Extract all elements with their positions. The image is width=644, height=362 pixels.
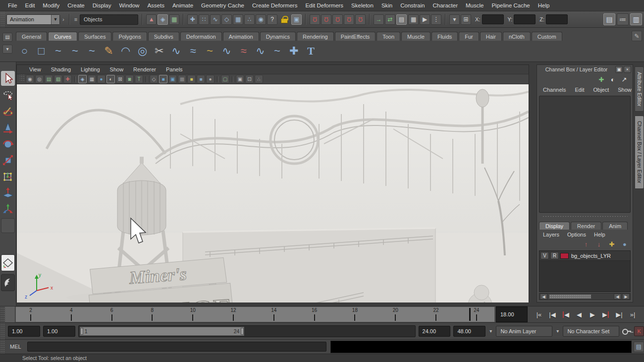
perspective-viewport[interactable]: ViewShadingLightingShowRendererPanels ◉◎…: [16, 64, 529, 302]
x-coord-input[interactable]: [482, 14, 504, 24]
camera-attributes-icon[interactable]: ◎: [35, 75, 44, 83]
pencil-curve-tool-icon[interactable]: ✎: [101, 44, 116, 59]
viewport-menu-shading[interactable]: Shading: [47, 66, 75, 72]
shelf-tab-polygons[interactable]: Polygons: [112, 32, 147, 41]
layer-menu-help[interactable]: Help: [590, 232, 609, 238]
smooth-shade-icon[interactable]: ■: [159, 75, 167, 83]
share-view-icon[interactable]: ∴: [255, 75, 263, 83]
shelf-tab-ncloth[interactable]: nCloth: [503, 32, 531, 41]
soft-modification-tool[interactable]: [1, 185, 15, 200]
field-chart-icon[interactable]: ⊠: [116, 75, 124, 83]
use-default-material-icon[interactable]: ▩: [178, 75, 186, 83]
range-slider-bar[interactable]: 1 24: [80, 327, 245, 336]
layer-tab-anim[interactable]: Anim: [602, 222, 628, 230]
show-manipulator-tool[interactable]: [1, 202, 15, 217]
channel-box-menu-object[interactable]: Object: [589, 87, 613, 93]
character-set-select[interactable]: No Character Set: [563, 326, 619, 337]
shelf-tab-rendering[interactable]: Rendering: [297, 32, 334, 41]
last-tool-used[interactable]: [1, 218, 15, 233]
new-empty-layer-icon[interactable]: ✚: [607, 240, 617, 248]
project-curve-icon[interactable]: ~: [269, 44, 285, 59]
scroll-thumb[interactable]: [549, 294, 591, 299]
shelf-tab-muscle[interactable]: Muscle: [401, 32, 430, 41]
quick-layout-icon[interactable]: ⊞: [461, 14, 471, 25]
move-layer-down-icon[interactable]: ↓: [594, 240, 604, 248]
pan-zoom-icon[interactable]: ✚: [63, 75, 72, 83]
shelf-options-icon[interactable]: ✎: [632, 31, 642, 41]
layer-menu-options[interactable]: Options: [563, 232, 590, 238]
select-component-icon[interactable]: ▦: [169, 14, 179, 25]
cv-curve-tool-icon[interactable]: ~: [51, 44, 66, 59]
menu-animate[interactable]: Animate: [168, 0, 197, 11]
menu-modify[interactable]: Modify: [39, 0, 63, 11]
step-back-frame-button[interactable]: |◀: [546, 308, 559, 320]
viewport-menu-view[interactable]: View: [25, 66, 46, 72]
default-light-icon[interactable]: ■: [197, 75, 205, 83]
nurbs-square-icon[interactable]: □: [34, 44, 49, 59]
mask-points-icon[interactable]: ✚: [187, 14, 198, 25]
menu-muscle[interactable]: Muscle: [462, 0, 487, 11]
time-slider-grip[interactable]: [0, 306, 5, 322]
selection-highlight-icon[interactable]: ▢: [221, 75, 229, 83]
shelf-tab-list-icon[interactable]: ▤: [2, 33, 12, 42]
lock-selection-icon[interactable]: [281, 18, 288, 23]
paint-selection-tool[interactable]: [1, 104, 15, 119]
shelf-tab-hair[interactable]: Hair: [480, 32, 502, 41]
menu-create[interactable]: Create: [63, 0, 89, 11]
playback-end-field[interactable]: 24.00: [419, 326, 451, 337]
range-start-handle[interactable]: [80, 328, 83, 335]
ep-curve-tool-icon[interactable]: ~: [67, 44, 83, 59]
shelf-tab-dynamics[interactable]: Dynamics: [260, 32, 296, 41]
render-settings-icon[interactable]: ⋮: [431, 14, 441, 25]
output-connections-icon[interactable]: ⇄: [385, 14, 395, 25]
shelf-tab-custom[interactable]: Custom: [532, 32, 562, 41]
bookmark-icon[interactable]: ▤: [45, 75, 53, 83]
menuset-dropdown[interactable]: Animation ▼: [6, 14, 60, 25]
viewport-scene[interactable]: Miner's REVENGE: [17, 84, 529, 302]
go-to-end-button[interactable]: »|: [626, 308, 639, 320]
gate-mask-icon[interactable]: ◐: [107, 75, 115, 83]
menu-skeleton[interactable]: Skeleton: [347, 0, 377, 11]
z-coord-input[interactable]: [546, 14, 568, 24]
shelf-tab-fluids[interactable]: Fluids: [431, 32, 458, 41]
anim-start-field[interactable]: 1.00: [8, 326, 40, 337]
single-pane-layout-button[interactable]: [1, 254, 15, 271]
command-line-grip[interactable]: [0, 340, 5, 354]
viewport-menu-lighting[interactable]: Lighting: [76, 66, 105, 72]
layer-color-swatch[interactable]: [560, 253, 569, 259]
play-forwards-button[interactable]: ▶: [586, 308, 599, 320]
pane-divider[interactable]: [542, 216, 628, 217]
move-tool[interactable]: [1, 120, 15, 135]
show-tool-settings-button[interactable]: ≔: [617, 13, 629, 25]
menu-chevron-icon[interactable]: ▾: [449, 14, 460, 25]
channel-speed-icon[interactable]: ◐: [608, 75, 617, 84]
layer-menu-layers[interactable]: Layers: [539, 232, 563, 238]
textured-icon[interactable]: ▣: [168, 75, 177, 83]
show-channel-box-button[interactable]: ▥: [630, 13, 642, 25]
command-input[interactable]: [27, 342, 326, 352]
text-tool-icon[interactable]: T: [303, 44, 319, 59]
shelf-tab-curves[interactable]: Curves: [48, 32, 77, 41]
toolbar-grip[interactable]: [0, 11, 5, 27]
selection-mask-field[interactable]: Objects: [80, 14, 138, 25]
universal-manipulator-tool[interactable]: [1, 169, 15, 184]
current-time-field[interactable]: 18.00: [496, 306, 528, 322]
anim-layer-chevron-icon[interactable]: ▾: [488, 328, 493, 334]
channel-box-tab[interactable]: Channel Box / Layer Editor: [635, 116, 644, 189]
add-points-tool-icon[interactable]: ✚: [286, 44, 302, 59]
viewport-menu-panels[interactable]: Panels: [161, 66, 187, 72]
snap-to-plane-icon[interactable]: Ω: [344, 14, 354, 25]
shelf-tab-general[interactable]: General: [16, 32, 47, 41]
render-current-frame-icon[interactable]: ▦: [408, 14, 419, 25]
detach-curves-icon[interactable]: ≈: [185, 44, 201, 59]
range-end-handle[interactable]: [241, 328, 244, 335]
arc-tool-icon[interactable]: ◠: [118, 44, 133, 59]
smooth-curve-icon[interactable]: ∿: [253, 44, 268, 59]
cut-curve-icon[interactable]: ✂: [152, 44, 167, 59]
viewport-menu-renderer[interactable]: Renderer: [129, 66, 161, 72]
shelf-tab-fur[interactable]: Fur: [459, 32, 479, 41]
make-live-icon[interactable]: Ω: [355, 14, 366, 25]
dock-panel-icon[interactable]: ▣: [615, 66, 623, 73]
command-language-label[interactable]: MEL: [5, 344, 27, 350]
attribute-editor-tab[interactable]: Attribute Editor: [635, 66, 644, 112]
